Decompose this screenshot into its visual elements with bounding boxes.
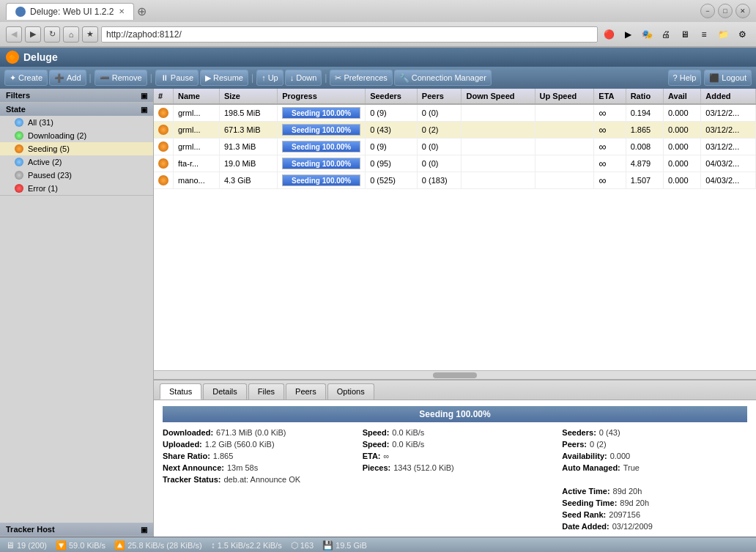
status-down-speed: 🔽 59.0 KiB/s — [56, 540, 105, 551]
detail-speed-ul: Speed: 0.0 KiB/s — [363, 440, 548, 449]
storage-icon: 💾 — [322, 540, 333, 551]
cell-up-speed — [535, 139, 594, 155]
play-icon[interactable]: ▶ — [620, 26, 636, 43]
tab-peers[interactable]: Peers — [286, 383, 326, 400]
cell-name: fta-r... — [174, 155, 220, 172]
downloaded-label: Downloaded: — [163, 428, 213, 437]
browser-titlebar: Deluge: Web UI 1.2.2 ✕ ⊕ − □ ✕ — [0, 0, 756, 22]
col-progress[interactable]: Progress — [278, 89, 366, 104]
detail-date-added: Date Added: 03/12/2009 — [562, 522, 747, 531]
table-row[interactable]: mano... 4.3 GiB Seeding 100.00% 0 (525) … — [154, 172, 756, 189]
uploaded-value: 1.2 GiB (560.0 KiB) — [205, 440, 275, 449]
state-paused[interactable]: Paused (23) — [0, 169, 153, 182]
scroll-indicator[interactable] — [154, 370, 756, 379]
filters-header[interactable]: Filters ▣ — [0, 89, 153, 102]
torrent-icon — [158, 141, 168, 152]
downloaded-value: 671.3 MiB (0.0 KiB) — [216, 428, 286, 437]
torrent-icon — [158, 158, 168, 169]
app-title: Deluge — [23, 51, 58, 63]
table-row[interactable]: fta-r... 19.0 MiB Seeding 100.00% 0 (95)… — [154, 155, 756, 172]
col-avail[interactable]: Avail — [663, 89, 700, 104]
status-bar: 🖥 19 (200) 🔽 59.0 KiB/s 🔼 25.8 KiB/s (28… — [0, 537, 756, 552]
connection-manager-button[interactable]: 🔧 Connection Manager — [394, 70, 492, 86]
torrent-table-container[interactable]: # Name Size Progress Seeders Peers Down … — [154, 89, 756, 370]
table-row[interactable]: grml... 671.3 MiB Seeding 100.00% 0 (43)… — [154, 122, 756, 139]
remove-button[interactable]: ➖ Remove — [94, 70, 147, 86]
state-label: State — [6, 105, 26, 114]
browser-tab[interactable]: Deluge: Web UI 1.2.2 ✕ — [6, 3, 134, 20]
detail-tracker-status: Tracker Status: deb.at: Announce OK — [163, 475, 348, 484]
state-collapse-icon: ▣ — [141, 106, 147, 114]
cell-progress: Seeding 100.00% — [278, 155, 366, 172]
col-num[interactable]: # — [154, 89, 174, 104]
next-announce-label: Next Announce: — [163, 463, 224, 472]
monitor-icon[interactable]: 🖥 — [677, 26, 693, 43]
col-up-speed[interactable]: Up Speed — [535, 89, 594, 104]
tracker-collapse-icon: ▣ — [141, 526, 147, 534]
forward-button[interactable]: ▶ — [25, 26, 41, 43]
availability-label: Availability: — [562, 452, 607, 460]
browser-chrome: Deluge: Web UI 1.2.2 ✕ ⊕ − □ ✕ ◀ ▶ ↻ ⌂ ★… — [0, 0, 756, 48]
pause-button[interactable]: ⏸ Pause — [155, 70, 199, 86]
tracker-header[interactable]: Tracker Host ▣ — [0, 523, 153, 536]
detail-speed-dl: Speed: 0.0 KiB/s — [363, 428, 548, 437]
maximize-button[interactable]: □ — [718, 4, 733, 18]
bookmark-button[interactable]: ★ — [82, 26, 98, 43]
up-speed-icon: 🔼 — [114, 540, 125, 551]
tab-options[interactable]: Options — [327, 383, 374, 400]
error-icon — [15, 184, 23, 193]
state-error[interactable]: Error (1) — [0, 182, 153, 195]
state-header[interactable]: State ▣ — [0, 103, 153, 116]
menu-icon[interactable]: ≡ — [696, 26, 712, 43]
up-button[interactable]: ↑ Up — [256, 70, 284, 86]
tab-files[interactable]: Files — [248, 383, 284, 400]
preferences-button[interactable]: ✂ Preferences — [330, 70, 392, 86]
col-size[interactable]: Size — [219, 89, 277, 104]
table-row[interactable]: grml... 198.5 MiB Seeding 100.00% 0 (9) … — [154, 104, 756, 122]
tracker-status-label: Tracker Status: — [163, 475, 220, 484]
reload-button[interactable]: ↻ — [44, 26, 60, 43]
state-seeding[interactable]: Seeding (5) — [0, 142, 153, 155]
resume-button[interactable]: ▶ Resume — [200, 70, 248, 86]
cell-progress: Seeding 100.00% — [278, 139, 366, 155]
address-bar[interactable]: http://zaphod:8112/ — [101, 26, 598, 43]
col-down-speed[interactable]: Down Speed — [462, 89, 535, 104]
state-downloading[interactable]: Downloading (2) — [0, 129, 153, 142]
col-added[interactable]: Added — [701, 89, 756, 104]
detail-availability: Availability: 0.000 — [562, 452, 747, 460]
close-tab-button[interactable]: ✕ — [119, 7, 125, 15]
state-active[interactable]: Active (2) — [0, 155, 153, 169]
col-eta[interactable]: ETA — [594, 89, 626, 104]
add-button[interactable]: ➕ Add — [49, 70, 86, 86]
home-button[interactable]: ⌂ — [63, 26, 79, 43]
uploaded-label: Uploaded: — [163, 440, 202, 449]
logout-button[interactable]: ⬛ Logout — [704, 70, 752, 86]
close-button[interactable]: ✕ — [735, 4, 750, 18]
details-row2-col1 — [163, 487, 348, 531]
cell-down-speed — [462, 139, 535, 155]
col-name[interactable]: Name — [174, 89, 220, 104]
new-tab-button[interactable]: ⊕ — [137, 4, 147, 18]
create-button[interactable]: ✦ Create — [4, 70, 48, 86]
tab-status[interactable]: Status — [160, 383, 201, 400]
col-ratio[interactable]: Ratio — [626, 89, 663, 104]
tab-details[interactable]: Details — [203, 383, 247, 400]
minimize-button[interactable]: − — [700, 4, 715, 18]
details-panel: Status Details Files Peers Options Seedi… — [154, 379, 756, 537]
mask-icon[interactable]: 🎭 — [639, 26, 655, 43]
detail-peers: Peers: 0 (2) — [562, 440, 747, 449]
print-icon[interactable]: 🖨 — [658, 26, 674, 43]
count-value: 163 — [300, 541, 314, 550]
table-row[interactable]: grml... 91.3 MiB Seeding 100.00% 0 (9) 0… — [154, 139, 756, 155]
down-button[interactable]: ↓ Down — [285, 70, 322, 86]
seeding-icon — [15, 144, 23, 153]
settings-icon[interactable]: ⚙ — [734, 26, 750, 43]
cell-size: 91.3 MiB — [219, 139, 277, 155]
help-button[interactable]: ? Help — [668, 70, 702, 86]
traffic-value: 1.5 KiB/s2.2 KiB/s — [218, 541, 282, 550]
folder-icon[interactable]: 📁 — [715, 26, 731, 43]
col-peers[interactable]: Peers — [417, 89, 462, 104]
state-all[interactable]: All (31) — [0, 116, 153, 129]
col-seeders[interactable]: Seeders — [366, 89, 418, 104]
back-button[interactable]: ◀ — [6, 26, 22, 43]
